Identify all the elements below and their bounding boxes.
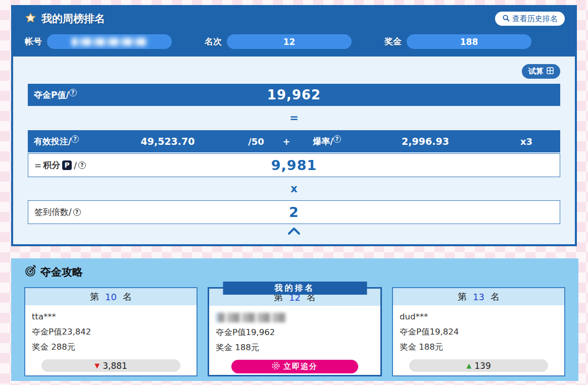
calculator-icon xyxy=(547,67,554,76)
card-body: 夺金P值19,962 奖金 188元 立即追分 xyxy=(209,306,380,373)
bet-burst-bar: 有效投注/? 49,523.70 /50 + 爆率/? 2,996.93 x3 xyxy=(28,130,560,152)
points-gap-pill: ▼ 3,881 xyxy=(41,359,180,372)
rank-card-above: 第10名 tta*** 夺金P值23,842 奖金 288元 ▼ 3,881 xyxy=(24,287,198,376)
plus-sign: + xyxy=(271,136,302,147)
card-p-value: 夺金P值23,842 xyxy=(32,324,190,340)
account-summary-row: 帐号 名次 12 奖金 188 xyxy=(11,26,577,49)
points-row: = 积分 P /? 9,981 xyxy=(28,153,560,177)
weekly-ranking-panel: 我的周榜排名 查看历史排名 帐号 名次 12 奖金 188 试算 xyxy=(11,5,577,246)
collapse-chevron-icon[interactable] xyxy=(28,224,560,241)
rank-group: 名次 12 xyxy=(205,34,352,49)
burst-rate-value: 2,996.93 xyxy=(352,136,499,147)
blurred-card-username xyxy=(216,313,286,322)
prize-value-pill: 188 xyxy=(407,34,531,49)
card-username: tta*** xyxy=(32,309,190,324)
chase-points-label: 立即追分 xyxy=(283,362,318,371)
help-icon[interactable]: ? xyxy=(71,135,79,143)
rank-value-pill: 12 xyxy=(227,34,352,49)
account-value-pill xyxy=(47,34,172,49)
rank-suffix: 名 xyxy=(123,291,132,303)
strategy-header: 夺金攻略 xyxy=(11,258,578,280)
my-rank-tab: 我的排名 xyxy=(223,282,367,295)
points-value: 9,981 xyxy=(28,157,560,173)
burst-multiplier: x3 xyxy=(499,136,554,147)
valid-bet-label: 有效投注/? xyxy=(34,135,94,147)
card-p-value: 夺金P值19,962 xyxy=(216,325,374,340)
account-label: 帐号 xyxy=(25,36,42,47)
divide-by-50: /50 xyxy=(241,136,271,147)
valid-bet-value: 49,523.70 xyxy=(94,136,241,147)
calc-row: 试算 xyxy=(28,57,560,84)
star-icon xyxy=(25,12,36,26)
rank-prefix: 第 xyxy=(458,291,467,303)
card-rank-header: 第13名 xyxy=(393,288,564,305)
rank-cards-row: 第10名 tta*** 夺金P值23,842 奖金 288元 ▼ 3,881 我… xyxy=(24,287,565,376)
signin-multiplier-row: 签到倍数/? 2 xyxy=(28,200,560,224)
strategy-title: 夺金攻略 xyxy=(40,265,83,279)
card-prize: 奖金 288元 xyxy=(32,340,190,355)
chip-icon xyxy=(272,362,280,372)
equals-sign: = xyxy=(28,106,560,130)
prize-group: 奖金 188 xyxy=(384,34,531,49)
p-value-bar: 夺金P值/? 19,962 xyxy=(28,84,560,106)
rank-number: 10 xyxy=(105,292,117,302)
view-history-button[interactable]: 查看历史排名 xyxy=(495,12,565,26)
card-body: dud*** 夺金P值19,824 奖金 188元 ▲ 139 xyxy=(393,305,564,372)
signin-multiplier-value: 2 xyxy=(28,204,560,220)
card-prize: 奖金 188元 xyxy=(216,340,374,355)
prize-label: 奖金 xyxy=(384,36,402,47)
rank-number: 13 xyxy=(473,292,484,302)
formula-content-area: 试算 夺金P值/? 19,962 = 有效投注/? 49,523.70 /50 … xyxy=(13,57,575,244)
rank-prefix: 第 xyxy=(90,291,99,303)
points-gap-value: 3,881 xyxy=(103,358,127,373)
card-p-value: 夺金P值19,824 xyxy=(400,324,558,340)
rank-card-mine: 我的排名 第12名 夺金P值19,962 奖金 188元 立即追分 xyxy=(208,287,382,376)
card-body: tta*** 夺金P值23,842 奖金 288元 ▼ 3,881 xyxy=(25,305,197,372)
rank-card-below: 第13名 dud*** 夺金P值19,824 奖金 188元 ▲ 139 xyxy=(392,287,565,376)
help-icon[interactable]: ? xyxy=(333,135,341,143)
rank-suffix: 名 xyxy=(491,291,500,303)
gold-strategy-panel: 夺金攻略 第10名 tta*** 夺金P值23,842 奖金 288元 ▼ 3,… xyxy=(11,258,578,381)
down-triangle-icon: ▼ xyxy=(94,358,100,373)
view-history-label: 查看历史排名 xyxy=(512,14,558,24)
points-gap-value: 139 xyxy=(474,358,491,373)
target-icon xyxy=(24,264,37,280)
points-gap-pill: ▲ 139 xyxy=(409,359,548,372)
chase-points-button[interactable]: 立即追分 xyxy=(231,360,358,373)
card-prize: 奖金 188元 xyxy=(400,340,558,355)
times-sign: x xyxy=(28,177,560,200)
card-username: dud*** xyxy=(400,309,558,324)
blurred-account-name xyxy=(72,38,148,46)
rank-label: 名次 xyxy=(205,36,222,47)
page-title: 我的周榜排名 xyxy=(41,12,105,26)
trial-calc-label: 试算 xyxy=(528,67,544,76)
p-value-amount: 19,962 xyxy=(28,87,560,102)
up-triangle-icon: ▲ xyxy=(466,358,471,373)
burst-rate-label: 爆率/? xyxy=(302,135,352,147)
panel-header: 我的周榜排名 查看历史排名 xyxy=(11,5,577,26)
account-group: 帐号 xyxy=(25,34,172,49)
trial-calc-button[interactable]: 试算 xyxy=(522,64,560,79)
card-rank-header: 第10名 xyxy=(25,288,197,305)
search-icon xyxy=(502,14,510,24)
